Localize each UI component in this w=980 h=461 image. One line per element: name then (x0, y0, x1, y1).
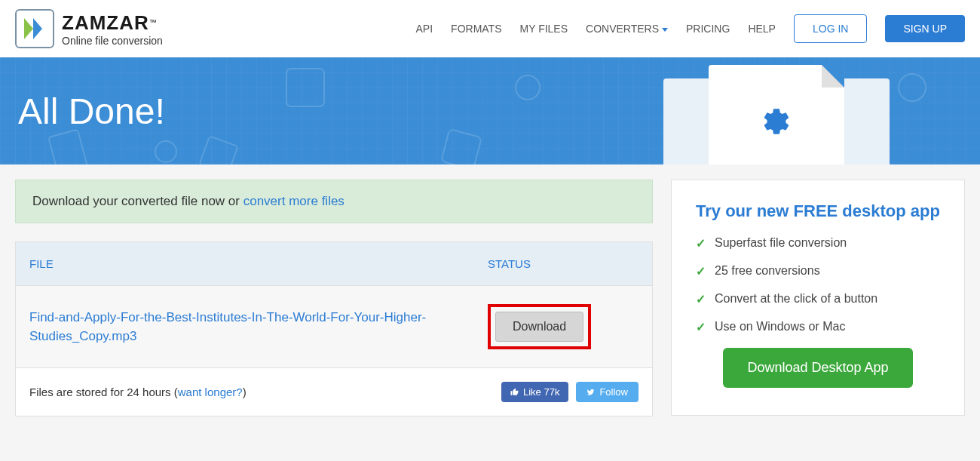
hero-document-graphic (709, 65, 844, 164)
signup-button[interactable]: SIGN UP (885, 15, 965, 42)
check-icon: ✓ (696, 292, 706, 306)
svg-marker-1 (33, 18, 42, 39)
desktop-app-card: Try our new FREE desktop app ✓Superfast … (671, 180, 965, 416)
hero-banner: All Done! (0, 57, 980, 164)
chevron-down-icon (662, 28, 668, 32)
want-longer-link[interactable]: want longer? (178, 386, 243, 398)
svg-marker-0 (24, 18, 33, 39)
thumbs-up-icon (510, 388, 519, 396)
nav-converters[interactable]: CONVERTERS (586, 23, 668, 35)
logo-title: ZAMZAR (62, 11, 149, 34)
download-button[interactable]: Download (495, 312, 583, 342)
logo-subtitle: Online file conversion (62, 35, 163, 47)
logo-text: ZAMZAR™ Online file conversion (62, 11, 163, 47)
table-footer: Files are stored for 24 hours (want long… (16, 367, 652, 416)
header: ZAMZAR™ Online file conversion API FORMA… (0, 0, 980, 57)
login-button[interactable]: LOG IN (794, 14, 867, 43)
logo-tm: ™ (149, 17, 157, 26)
card-title: Try our new FREE desktop app (696, 201, 940, 221)
main-container: Download your converted file now or conv… (0, 164, 980, 432)
table-row: Find-and-Apply-For-the-Best-Institutes-I… (16, 285, 652, 367)
feature-item: ✓Use on Windows or Mac (696, 320, 940, 334)
feature-item: ✓Convert at the click of a button (696, 292, 940, 306)
gear-icon (761, 106, 792, 137)
social-buttons: Like 77k Follow (501, 382, 639, 402)
nav-my-files[interactable]: MY FILES (520, 23, 568, 35)
success-banner: Download your converted file now or conv… (15, 180, 653, 223)
col-header-file: FILE (29, 257, 488, 270)
download-desktop-app-button[interactable]: Download Desktop App (723, 348, 912, 388)
col-header-status: STATUS (488, 257, 639, 270)
feature-item: ✓25 free conversions (696, 264, 940, 278)
logo-icon (15, 9, 54, 48)
hero-title: All Done! (18, 91, 165, 132)
nav-help[interactable]: HELP (748, 23, 776, 35)
storage-note: Files are stored for 24 hours (want long… (29, 386, 247, 398)
feature-item: ✓Superfast file conversion (696, 236, 940, 250)
check-icon: ✓ (696, 236, 706, 250)
feature-list: ✓Superfast file conversion ✓25 free conv… (696, 236, 940, 334)
table-header: FILE STATUS (16, 242, 652, 285)
file-name[interactable]: Find-and-Apply-For-the-Best-Institutes-I… (29, 308, 488, 346)
facebook-like-button[interactable]: Like 77k (501, 382, 568, 402)
check-icon: ✓ (696, 320, 706, 334)
sidebar: Try our new FREE desktop app ✓Superfast … (671, 180, 965, 416)
nav: API FORMATS MY FILES CONVERTERS PRICING … (416, 14, 965, 43)
twitter-follow-button[interactable]: Follow (576, 382, 639, 402)
nav-pricing[interactable]: PRICING (686, 23, 730, 35)
convert-more-link[interactable]: convert more files (243, 194, 345, 208)
main-column: Download your converted file now or conv… (15, 180, 653, 416)
logo[interactable]: ZAMZAR™ Online file conversion (15, 9, 163, 48)
file-table: FILE STATUS Find-and-Apply-For-the-Best-… (15, 241, 653, 416)
nav-formats[interactable]: FORMATS (451, 23, 501, 35)
check-icon: ✓ (696, 264, 706, 278)
download-highlight-box: Download (488, 304, 591, 349)
success-text: Download your converted file now or (32, 194, 243, 208)
twitter-icon (586, 388, 595, 396)
nav-api[interactable]: API (416, 23, 433, 35)
